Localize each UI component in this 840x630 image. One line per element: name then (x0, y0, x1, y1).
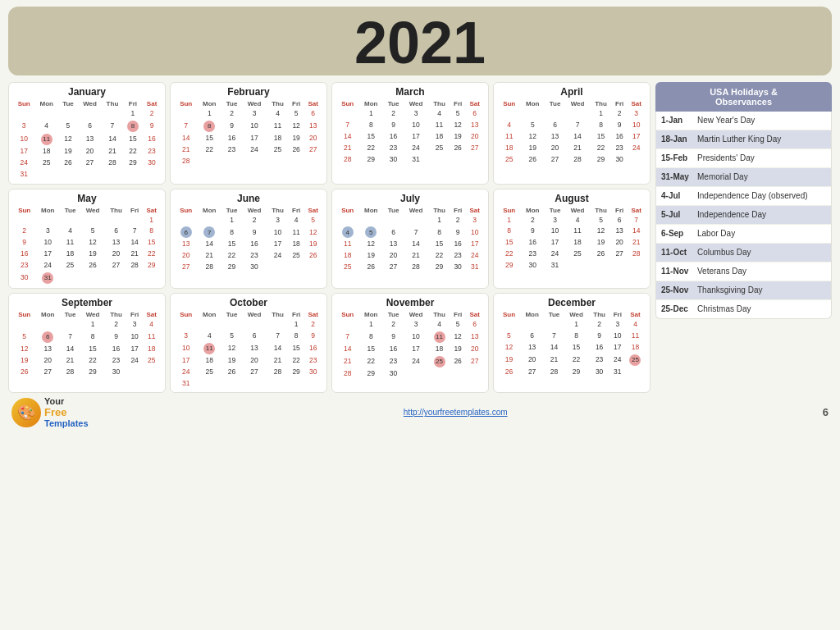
cal-day: 19 (304, 239, 322, 250)
cal-day (450, 368, 466, 380)
day-header-thu: Thu (267, 99, 289, 108)
cal-day: 5 (590, 215, 612, 226)
cal-day: 13 (242, 342, 267, 355)
month-name: October (175, 297, 322, 308)
cal-day: 30 (383, 154, 404, 166)
cal-day: 24 (465, 250, 484, 262)
cal-day: 16 (13, 249, 35, 260)
cal-day: 1 (80, 319, 105, 331)
day-header-wed: Wed (565, 206, 590, 215)
cal-day: 31 (465, 262, 484, 273)
day-header-wed: Wed (78, 99, 102, 108)
holiday-date: 25-Dec (661, 304, 697, 313)
cal-day: 12 (304, 226, 322, 239)
cal-day: 22 (142, 249, 161, 260)
day-header-mon: Mon (520, 206, 545, 215)
cal-day: 20 (545, 143, 565, 154)
cal-table: SunMonTueWedThuFriSat1234567891011121314… (175, 206, 322, 274)
cal-day: 28 (404, 262, 428, 273)
cal-day: 16 (383, 131, 404, 143)
month-block-july: JulySunMonTueWedThuFriSat123456789101112… (331, 189, 489, 289)
cal-day: 11 (428, 331, 450, 344)
day-header-sun: Sun (13, 310, 35, 319)
cal-day (221, 156, 242, 167)
day-header-sun: Sun (498, 310, 520, 319)
cal-day: 8 (428, 226, 450, 239)
day-header-sun: Sun (498, 206, 520, 215)
sidebar: USA Holidays &Observances 1-JanNew Year'… (655, 82, 832, 393)
cal-table: SunMonTueWedThuFriSat1234567891011121314… (498, 206, 646, 272)
cal-day: 22 (498, 249, 520, 260)
cal-day: 10 (127, 331, 143, 344)
cal-day: 8 (289, 331, 304, 342)
cal-day: 18 (34, 146, 58, 158)
cal-day: 11 (197, 342, 221, 355)
cal-day: 24 (627, 143, 646, 154)
cal-day: 5 (304, 215, 322, 226)
cal-day: 7 (60, 331, 80, 344)
cal-day (498, 108, 520, 120)
cal-day: 26 (450, 143, 466, 154)
cal-day (267, 378, 289, 390)
holiday-name: Presidents' Day (697, 153, 755, 163)
cal-day: 11 (267, 120, 289, 133)
cal-day: 12 (13, 344, 35, 355)
cal-day (197, 378, 221, 390)
cal-day (221, 378, 242, 390)
cal-day: 20 (520, 354, 544, 367)
cal-day: 27 (78, 158, 102, 169)
day-header-sun: Sun (175, 206, 197, 215)
cal-table: SunMonTueWedThuFriSat1234567891011121314… (175, 99, 322, 167)
cal-day: 3 (35, 226, 60, 237)
cal-day: 25 (428, 355, 450, 368)
cal-day: 1 (358, 319, 383, 331)
cal-day: 30 (383, 368, 404, 380)
cal-day: 13 (520, 342, 544, 354)
holiday-date: 25-Nov (661, 285, 697, 294)
cal-day: 2 (383, 319, 404, 331)
cal-day: 22 (358, 355, 383, 368)
cal-day: 11 (289, 226, 304, 239)
day-header-sun: Sun (336, 99, 358, 108)
cal-day: 18 (267, 133, 289, 144)
month-name: May (13, 193, 161, 204)
cal-day: 17 (610, 342, 625, 354)
cal-day: 1 (590, 108, 612, 120)
holiday-date: 11-Nov (661, 267, 697, 276)
holiday-item: 25-NovThanksgiving Day (656, 281, 831, 300)
cal-day: 7 (565, 120, 590, 131)
cal-day: 8 (358, 331, 383, 344)
holiday-item: 6-SepLabor Day (656, 225, 831, 244)
cal-day: 27 (175, 262, 197, 273)
cal-day: 6 (465, 108, 484, 120)
cal-day: 11 (34, 133, 58, 146)
cal-day: 1 (289, 319, 304, 331)
cal-day (197, 215, 221, 226)
cal-day: 13 (304, 120, 322, 133)
cal-day: 21 (60, 355, 80, 367)
cal-day (34, 108, 58, 120)
cal-day: 26 (450, 355, 466, 368)
cal-day: 15 (221, 239, 242, 250)
cal-day: 6 (304, 108, 322, 120)
holiday-name: Labor Day (697, 229, 735, 239)
cal-day: 16 (143, 133, 161, 146)
cal-day: 19 (450, 344, 466, 355)
cal-day: 24 (404, 355, 428, 368)
cal-day: 2 (520, 215, 545, 226)
day-header-thu: Thu (102, 99, 123, 108)
day-header-fri: Fri (289, 99, 304, 108)
day-header-wed: Wed (242, 310, 267, 319)
cal-day: 20 (105, 249, 127, 260)
day-header-fri: Fri (127, 310, 143, 319)
cal-day: 6 (175, 226, 197, 239)
month-name: February (175, 86, 322, 98)
footer-url[interactable]: http://yourfreetemplates.com (404, 408, 508, 417)
cal-day: 24 (610, 354, 625, 367)
cal-day: 21 (127, 249, 143, 260)
logo: 🎨 Your Free Templates (11, 396, 89, 428)
cal-day: 27 (105, 260, 127, 272)
day-header-tue: Tue (545, 206, 565, 215)
cal-day: 16 (612, 131, 628, 143)
cal-day (428, 154, 450, 166)
